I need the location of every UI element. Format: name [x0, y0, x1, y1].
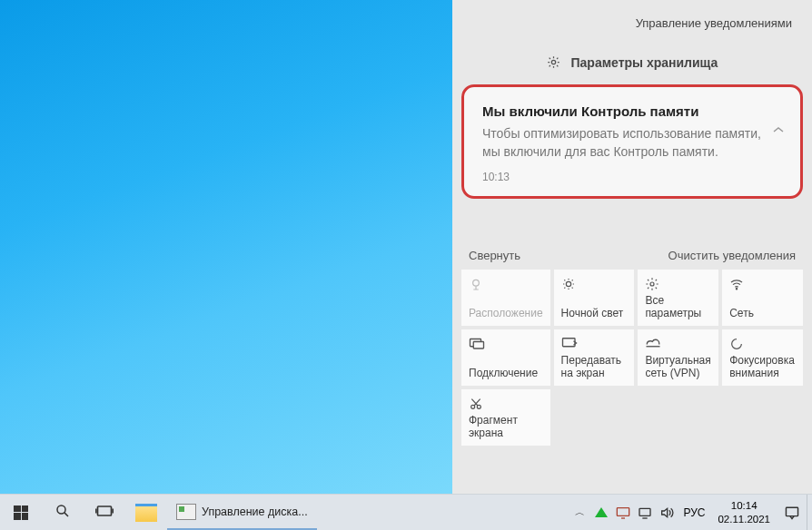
vpn-icon	[645, 337, 711, 353]
clock-time: 10:14	[718, 499, 770, 512]
start-button[interactable]	[0, 495, 42, 530]
tile-screen-snip[interactable]: Фрагмент экрана	[461, 389, 550, 446]
disk-management-icon	[176, 504, 196, 520]
file-explorer-button[interactable]	[125, 495, 167, 530]
action-center-button[interactable]	[777, 495, 807, 530]
tile-label: Передавать на экран	[561, 355, 628, 380]
svg-point-1	[473, 280, 480, 286]
taskbar-app-label: Управление диска...	[202, 505, 308, 518]
clock-date: 02.11.2021	[718, 513, 770, 525]
tray-overflow-button[interactable]: ︿	[569, 495, 590, 530]
tile-all-settings[interactable]: Все параметры	[638, 270, 718, 326]
snip-icon	[469, 397, 543, 413]
notification-body: Чтобы оптимизировать использование памят…	[482, 124, 762, 162]
clear-notifications-link[interactable]: Очистить уведомления	[668, 249, 796, 262]
taskbar: Управление диска... ︿ РУС 10:14 02.11.20…	[0, 494, 812, 530]
svg-rect-11	[98, 506, 112, 515]
tile-label: Ночной свет	[561, 308, 628, 320]
svg-point-3	[650, 282, 654, 286]
show-desktop-button[interactable]	[807, 495, 812, 530]
windows-logo-icon	[14, 505, 28, 520]
settings-gear-icon	[645, 277, 711, 293]
tile-night-light[interactable]: Ночной свет	[554, 270, 635, 326]
tile-label: Виртуальная сеть (VPN)	[645, 355, 711, 380]
svg-rect-13	[639, 508, 650, 515]
collapse-link[interactable]: Свернуть	[469, 249, 520, 262]
focus-icon	[729, 337, 796, 353]
tile-label: Расположение	[469, 308, 543, 320]
taskbar-spacer	[317, 495, 569, 530]
task-view-icon	[95, 502, 114, 524]
tile-label: Все параметры	[645, 295, 711, 320]
tray-security-icon[interactable]	[590, 495, 612, 530]
tile-connect[interactable]: Подключение	[461, 329, 550, 386]
tray-volume-icon[interactable]	[656, 495, 678, 530]
svg-rect-7	[562, 338, 575, 346]
svg-point-4	[737, 288, 738, 289]
notification-title: Мы включили Контроль памяти	[482, 103, 762, 119]
manage-notifications-link[interactable]: Управление уведомлениями	[636, 16, 792, 30]
tile-network[interactable]: Сеть	[722, 270, 803, 326]
svg-rect-14	[786, 507, 797, 515]
tile-label: Фокусировка внимания	[729, 355, 796, 380]
svg-point-10	[57, 505, 65, 514]
moon-icon	[561, 277, 628, 293]
notification-time: 10:13	[482, 171, 762, 183]
svg-rect-12	[618, 507, 629, 515]
notification-group-title: Параметры хранилища	[571, 55, 718, 70]
search-button[interactable]	[42, 495, 84, 530]
chevron-up-icon: ︿	[575, 505, 585, 519]
project-icon	[561, 337, 628, 353]
svg-rect-6	[473, 341, 483, 348]
quick-action-tiles: Расположение Ночной свет Все параметры С…	[452, 270, 812, 446]
svg-point-0	[551, 60, 555, 64]
tile-focus-assist[interactable]: Фокусировка внимания	[722, 329, 803, 386]
gear-icon	[547, 55, 560, 72]
search-icon	[54, 503, 71, 523]
desktop-background[interactable]	[0, 0, 452, 494]
tile-label: Сеть	[729, 308, 796, 320]
taskbar-app-disk-management[interactable]: Управление диска...	[167, 495, 317, 530]
tray-network-icon[interactable]	[634, 495, 656, 530]
svg-point-2	[566, 281, 570, 286]
wifi-icon	[729, 277, 796, 293]
tile-project[interactable]: Передавать на экран	[554, 329, 635, 386]
manage-notifications-row: Управление уведомлениями	[452, 0, 812, 39]
notification-card[interactable]: Мы включили Контроль памяти Чтобы оптими…	[461, 84, 803, 199]
tile-label: Фрагмент экрана	[469, 415, 543, 440]
action-center-links-row: Свернуть Очистить уведомления	[452, 199, 812, 270]
location-icon	[469, 277, 543, 293]
green-triangle-icon	[595, 507, 608, 517]
language-indicator[interactable]: РУС	[678, 495, 710, 530]
folder-icon	[135, 504, 157, 522]
connect-icon	[469, 337, 543, 353]
tile-label: Подключение	[469, 368, 543, 380]
taskbar-clock[interactable]: 10:14 02.11.2021	[710, 495, 777, 530]
tile-location[interactable]: Расположение	[461, 270, 550, 326]
tray-display-icon[interactable]	[612, 495, 634, 530]
tile-vpn[interactable]: Виртуальная сеть (VPN)	[638, 329, 718, 386]
task-view-button[interactable]	[84, 495, 125, 530]
chevron-up-icon[interactable]	[773, 123, 784, 136]
action-center-panel: Управление уведомлениями Параметры храни…	[452, 0, 812, 494]
notification-group-header: Параметры хранилища	[452, 55, 812, 72]
